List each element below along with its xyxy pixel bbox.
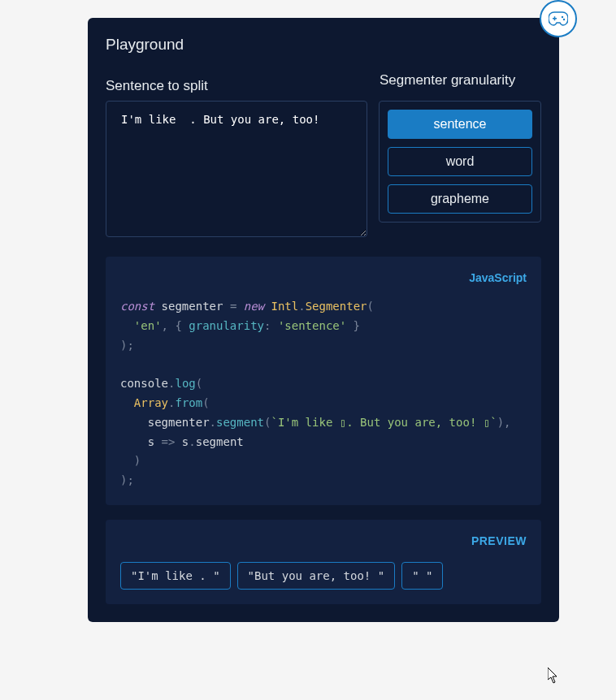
code-block: JavaScript const segmenter = new Intl.Se…: [106, 257, 541, 505]
page-title: Playground: [106, 36, 541, 54]
segment-item: " ": [401, 562, 443, 590]
granularity-label: Segmenter granularity: [380, 71, 515, 90]
granularity-option-sentence[interactable]: sentence: [388, 110, 532, 139]
segments-list: "I'm like . " "But you are, too! " " ": [120, 562, 527, 590]
gamepad-icon: [549, 11, 568, 26]
playground-panel: Playground Sentence to split Segmenter g…: [88, 18, 559, 622]
preview-label: PREVIEW: [120, 534, 527, 547]
svg-rect-3: [554, 16, 556, 20]
playground-fab-icon[interactable]: [540, 0, 577, 37]
granularity-fieldset: Segmenter granularity sentence word grap…: [379, 101, 541, 223]
segment-item: "But you are, too! ": [237, 562, 396, 590]
input-label: Sentence to split: [106, 78, 367, 94]
segment-item: "I'm like . ": [120, 562, 231, 590]
code-content: const segmenter = new Intl.Segmenter( 'e…: [120, 297, 527, 490]
granularity-col: Segmenter granularity sentence word grap…: [379, 78, 541, 240]
sentence-input[interactable]: [106, 101, 367, 237]
granularity-option-grapheme[interactable]: grapheme: [388, 184, 532, 214]
preview-block: PREVIEW "I'm like . " "But you are, too!…: [106, 520, 541, 604]
svg-point-0: [562, 16, 563, 18]
input-row: Sentence to split Segmenter granularity …: [106, 78, 541, 240]
granularity-option-word[interactable]: word: [388, 147, 532, 176]
input-col: Sentence to split: [106, 78, 367, 240]
mouse-cursor-icon: [548, 668, 561, 684]
code-language-label: JavaScript: [120, 271, 527, 284]
svg-point-1: [563, 19, 565, 20]
